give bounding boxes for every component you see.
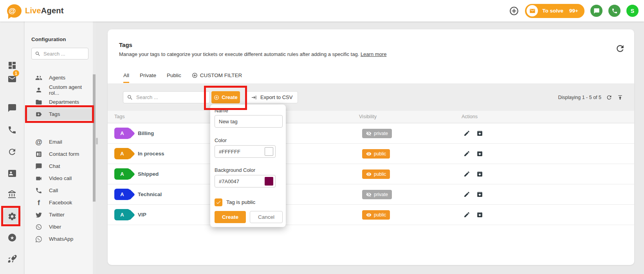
color-swatch[interactable]: [265, 147, 273, 156]
tag-icon: [35, 111, 42, 118]
visibility-badge: private: [362, 190, 392, 199]
sidebar-item-label: WhatsApp: [49, 236, 73, 242]
header-actions: To solve 99+ S: [509, 0, 639, 22]
color-field: [215, 145, 276, 158]
archive-icon[interactable]: [476, 171, 483, 177]
phone-icon: [35, 187, 42, 194]
sidebar-item-label: Facebook: [49, 200, 72, 206]
tab-private[interactable]: Private: [140, 72, 156, 83]
tab-custom-filter[interactable]: CUSTOM FILTER: [192, 72, 242, 83]
sidebar-item-label: Contact form: [49, 151, 79, 157]
sidebar-item-chat[interactable]: Chat: [25, 160, 94, 172]
eye-off-icon: [366, 192, 372, 197]
config-search-input[interactable]: [43, 51, 85, 57]
sidebar-item-label: Video call: [49, 175, 72, 181]
rail-item-mail[interactable]: [0, 74, 24, 84]
panel-scrollbar-thumb[interactable]: [93, 74, 96, 202]
brand-text: LiveAgent: [25, 6, 64, 15]
eye-icon: [366, 151, 372, 157]
rail-item-chat[interactable]: [0, 103, 24, 113]
sidebar-item-viber[interactable]: Viber: [25, 221, 94, 233]
create-button[interactable]: Create: [211, 91, 240, 103]
tag-chip: A: [114, 189, 130, 200]
checkmark-icon: [216, 200, 221, 205]
panel-resize-handle[interactable]: [96, 138, 98, 144]
scroll-to-top-icon[interactable]: [617, 94, 623, 101]
configuration-panel: Configuration AgentsCustom agent rol...D…: [25, 22, 96, 274]
sidebar-item-label: Tags: [49, 111, 60, 117]
phone-icon: [612, 8, 618, 14]
tag-name-input[interactable]: [215, 115, 282, 127]
tab-public[interactable]: Public: [167, 72, 181, 83]
chat-icon: [593, 8, 600, 14]
edit-icon[interactable]: [464, 130, 470, 137]
sidebar-item-label: Twitter: [49, 212, 65, 218]
edit-icon[interactable]: [464, 211, 470, 218]
rail-item-refresh[interactable]: [0, 147, 24, 157]
color-label: Color: [215, 137, 227, 143]
chat-button[interactable]: [590, 5, 603, 17]
rail-item-dashboard[interactable]: [0, 61, 24, 70]
mail-badge: 1: [13, 70, 19, 76]
sidebar-item-departments[interactable]: Departments: [25, 96, 94, 108]
sidebar-item-custom-agent-rol[interactable]: Custom agent rol...: [25, 84, 94, 96]
eye-icon: [366, 171, 372, 177]
tag-name: VIP: [138, 212, 146, 218]
config-search-box[interactable]: [31, 48, 88, 59]
rail-item-gear[interactable]: [0, 212, 24, 221]
table-search-input[interactable]: [136, 94, 206, 100]
sidebar-item-tags[interactable]: Tags: [25, 108, 94, 120]
sidebar-item-facebook[interactable]: fFacebook: [25, 196, 94, 209]
tag-is-public-checkbox[interactable]: [215, 198, 222, 206]
edit-icon[interactable]: [464, 150, 470, 157]
sidebar-item-video-call[interactable]: Video call: [25, 172, 94, 184]
row-actions: [464, 150, 483, 157]
add-new-icon[interactable]: [509, 6, 519, 16]
refresh-icon[interactable]: [606, 94, 612, 101]
archive-icon[interactable]: [476, 150, 483, 157]
background-color-swatch[interactable]: [265, 177, 273, 186]
star-circle-icon: [7, 233, 17, 242]
rocket-icon: [7, 254, 17, 263]
table-search-box[interactable]: [123, 91, 210, 103]
contact-card-icon: [7, 169, 17, 178]
rail-item-phone[interactable]: [0, 125, 24, 135]
refresh-icon[interactable]: [615, 43, 625, 54]
call-button[interactable]: [608, 5, 621, 17]
tags-table-body: ABillingprivateAIn processpublicAShipped…: [108, 123, 634, 225]
create-tag-dialog: Name Color Background Color Tag is publi…: [210, 105, 286, 227]
rail-item-bank[interactable]: [0, 190, 24, 199]
dialog-cancel-button[interactable]: Cancel: [250, 211, 283, 223]
sidebar-item-agents[interactable]: Agents: [25, 72, 94, 84]
app-header: @ LiveAgent To solve 99+ S: [0, 0, 644, 22]
tag-name: In process: [138, 151, 164, 157]
name-label: Name: [215, 108, 228, 114]
rail-item-star-circle[interactable]: [0, 233, 24, 242]
edit-icon[interactable]: [464, 171, 470, 177]
sidebar-item-email[interactable]: @Email: [25, 136, 94, 148]
sidebar-item-twitter[interactable]: Twitter: [25, 209, 94, 221]
rail-item-contact-card[interactable]: [0, 169, 24, 178]
chat-icon: [35, 163, 42, 170]
mail-icon: [529, 8, 536, 14]
dialog-create-button[interactable]: Create: [215, 211, 246, 223]
to-solve-count: 99+: [569, 8, 578, 14]
archive-icon[interactable]: [476, 130, 483, 137]
sidebar-item-call[interactable]: Call: [25, 184, 94, 196]
tab-all[interactable]: All: [123, 72, 129, 83]
rail-item-rocket[interactable]: [0, 254, 24, 263]
plus-circle-icon: [214, 95, 219, 100]
learn-more-link[interactable]: Learn more: [361, 51, 386, 57]
sidebar-item-label: Email: [49, 139, 62, 145]
archive-icon[interactable]: [476, 211, 483, 218]
to-solve-button[interactable]: To solve 99+: [525, 4, 584, 18]
sidebar-item-label: Custom agent rol...: [49, 84, 94, 96]
sidebar-item-whatsapp[interactable]: WhatsApp: [25, 233, 94, 245]
user-avatar[interactable]: S: [626, 5, 639, 17]
export-csv-button[interactable]: Export to CSV: [245, 91, 298, 103]
sidebar-item-contact-form[interactable]: Contact form: [25, 148, 94, 160]
table-row: ABillingprivate: [108, 123, 634, 144]
edit-icon[interactable]: [464, 191, 470, 198]
archive-icon[interactable]: [476, 191, 483, 198]
plus-circle-icon: [192, 72, 198, 78]
